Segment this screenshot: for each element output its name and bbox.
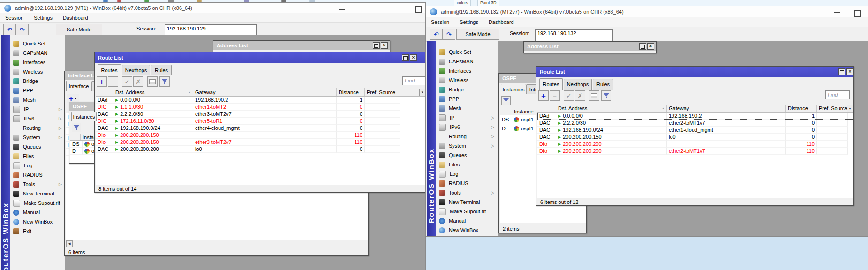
route-row[interactable]: DIo▶200.200.200.200ether2-toMT1v7110	[537, 148, 853, 155]
scroll-left-icon[interactable]: ◀	[66, 240, 73, 247]
sidebar-item-ppp[interactable]: PPP	[436, 94, 498, 104]
sidebar-item-quick-set[interactable]: Quick Set	[436, 47, 498, 57]
tab-nexthops[interactable]: Nexthops	[122, 65, 150, 75]
sidebar-item-tools[interactable]: Tools▷	[10, 180, 65, 189]
safe-mode-button[interactable]: Safe Mode	[456, 29, 499, 40]
redo-button[interactable]: ↷	[16, 24, 29, 35]
disable-button[interactable]: ✗	[575, 90, 585, 101]
sidebar-item-exit[interactable]: Exit	[10, 226, 65, 236]
sidebar-item-interfaces[interactable]: Interfaces	[436, 66, 498, 76]
sidebar-item-routing[interactable]: Routing▷	[10, 123, 65, 133]
sidebar-item-ipv6[interactable]: IPv6▷	[436, 122, 498, 132]
menu-session[interactable]: Session	[431, 19, 455, 25]
minimize-icon[interactable]	[339, 9, 345, 10]
sidebar-item-new-winbox[interactable]: New WinBox	[436, 225, 498, 235]
route-row[interactable]: DIo▶200.200.200.150110	[96, 132, 426, 139]
column-distance[interactable]: Distance	[786, 105, 817, 112]
route-row[interactable]: DAC▶200.200.200.200lo00	[96, 146, 426, 153]
column-pref-source[interactable]: Pref. Source	[365, 88, 400, 96]
sidebar-item-ip[interactable]: IP▷	[10, 105, 65, 114]
paint3d-tab-paint3d[interactable]: Paint 3D	[477, 0, 499, 6]
window-titlebar[interactable]: admin@192.168.190.129 (MT1) - WinBox (64…	[0, 3, 425, 14]
sidebar-item-mesh[interactable]: Mesh	[436, 104, 498, 113]
sidebar-item-log[interactable]: Log	[10, 161, 65, 171]
filter-button[interactable]	[501, 96, 511, 105]
sidebar-item-capsman[interactable]: CAPsMAN	[436, 57, 498, 67]
sidebar-item-tools[interactable]: Tools▷	[436, 188, 498, 198]
column-pref-source[interactable]: Pref. Source	[817, 105, 848, 112]
restore-icon[interactable]	[402, 54, 409, 61]
menu-dashboard[interactable]: Dashboard	[63, 15, 94, 21]
sidebar-item-wireless[interactable]: Wireless	[436, 75, 498, 85]
tab-instances[interactable]: Instances	[71, 112, 97, 121]
comment-button[interactable]	[589, 90, 599, 101]
sidebar-item-system[interactable]: System▷	[10, 133, 65, 142]
sidebar-item-make-supout-rif[interactable]: Make Supout.rif	[10, 198, 65, 208]
sidebar-item-capsman[interactable]: CAPsMAN	[10, 48, 65, 58]
menu-settings[interactable]: Settings	[34, 15, 58, 21]
sidebar-item-exit[interactable]: Exit	[436, 235, 498, 236]
sidebar-item-new-terminal[interactable]: New Terminal	[436, 197, 498, 207]
sidebar-item-radius[interactable]: RADIUS	[10, 170, 65, 180]
column-select-icon[interactable]: ▼	[419, 89, 425, 96]
find-input[interactable]: Find	[402, 76, 426, 85]
tab-instances[interactable]: Instances	[501, 84, 526, 94]
sidebar-item-files[interactable]: Files	[10, 151, 65, 161]
disable-button[interactable]: ✗	[133, 76, 143, 87]
column-dst-address[interactable]: Dst. Address▲	[113, 88, 193, 96]
column-gateway[interactable]: Gateway	[193, 88, 337, 96]
remove-route-button[interactable]: −	[550, 90, 560, 101]
safe-mode-button[interactable]: Safe Mode	[56, 24, 102, 35]
sidebar-item-system[interactable]: System▷	[436, 141, 498, 151]
sidebar-item-ipv6[interactable]: IPv6▷	[10, 114, 65, 124]
close-icon[interactable]: ×	[381, 42, 388, 49]
route-row[interactable]: DIC▶172.16.11.0/30ether5-toR10	[96, 118, 426, 125]
restore-icon[interactable]	[639, 43, 646, 50]
menu-session[interactable]: Session	[5, 15, 29, 21]
tab-routes[interactable]: Routes	[98, 64, 121, 75]
restore-icon[interactable]	[838, 68, 845, 75]
sidebar-item-ppp[interactable]: PPP	[10, 86, 65, 96]
menu-dashboard[interactable]: Dashboard	[489, 19, 520, 25]
add-route-button[interactable]: +	[97, 76, 107, 87]
route-row[interactable]: DIo▶200.200.200.200110	[537, 141, 853, 148]
hscrollbar[interactable]	[66, 240, 368, 248]
column-gateway[interactable]: Gateway	[667, 105, 786, 112]
sidebar-item-interfaces[interactable]: Interfaces	[10, 58, 65, 68]
sidebar-item-queues[interactable]: Queues	[436, 150, 498, 160]
filter-button[interactable]	[601, 90, 611, 101]
sidebar-item-log[interactable]: Log	[436, 169, 498, 179]
sidebar-item-routing[interactable]: Routing▷	[436, 132, 498, 142]
sidebar-item-bridge[interactable]: Bridge	[436, 85, 498, 95]
sidebar-item-queues[interactable]: Queues	[10, 142, 65, 152]
sidebar-item-mesh[interactable]: Mesh	[10, 95, 65, 105]
sidebar-item-manual[interactable]: Manual	[436, 216, 498, 226]
filter-button[interactable]	[159, 76, 170, 87]
menu-settings[interactable]: Settings	[460, 19, 484, 25]
column-select-icon[interactable]: ▼	[847, 105, 853, 112]
sidebar-item-quick-set[interactable]: Quick Set	[10, 39, 65, 49]
sidebar-item-new-winbox[interactable]: New WinBox	[10, 217, 65, 227]
route-row[interactable]: DAC▶2.2.2.0/30ether2-toMT1v70	[537, 120, 853, 127]
sidebar-item-wireless[interactable]: Wireless	[10, 67, 65, 77]
column-dst-address[interactable]: Dst. Address▲	[556, 105, 667, 112]
route-row[interactable]: DAC▶192.168.190.0/24ether4-cloud_mgmt0	[96, 125, 426, 132]
tab-rules[interactable]: Rules	[151, 65, 172, 75]
route-row[interactable]: DIo▶200.200.200.150ether3-toMT2v7110	[96, 139, 426, 146]
address-list-titlebar[interactable]: Address List	[524, 42, 656, 51]
redo-button[interactable]: ↷	[443, 29, 455, 40]
paint3d-tab-colors[interactable]: colors	[454, 0, 471, 6]
tab-rules[interactable]: Rules	[593, 79, 613, 90]
route-row[interactable]: DAC▶2.2.2.0/30ether3-toMT2v70	[96, 111, 426, 118]
minimize-icon[interactable]	[834, 12, 840, 13]
undo-button[interactable]: ↶	[3, 24, 16, 35]
undo-button[interactable]: ↶	[430, 29, 443, 40]
maximize-icon[interactable]	[854, 10, 861, 17]
sidebar-item-new-terminal[interactable]: New Terminal	[10, 189, 65, 199]
address-list-titlebar[interactable]: Address List	[213, 41, 390, 50]
sidebar-item-make-supout-rif[interactable]: Make Supout.rif	[436, 207, 498, 217]
sidebar-item-ip[interactable]: IP▷	[436, 113, 498, 123]
restore-icon[interactable]	[373, 42, 380, 49]
route-list-titlebar[interactable]: Route List	[536, 67, 853, 77]
tab-nexthops[interactable]: Nexthops	[564, 79, 592, 90]
